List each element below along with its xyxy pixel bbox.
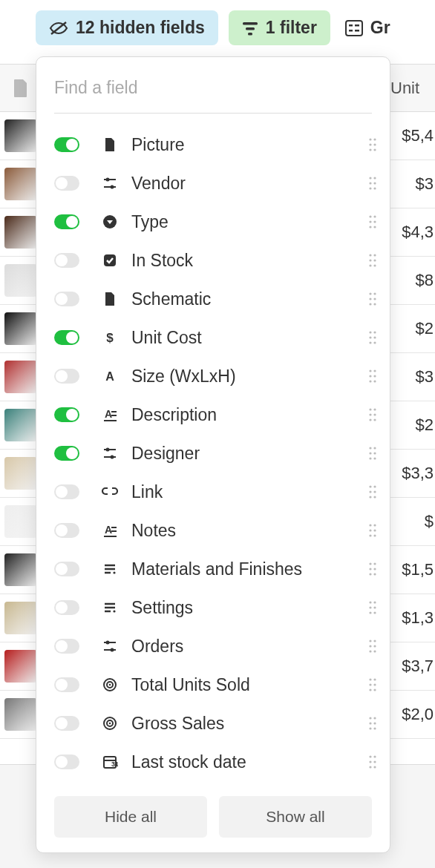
filter-button[interactable]: 1 filter (229, 10, 330, 45)
visibility-toggle[interactable] (54, 330, 79, 345)
list-icon (100, 599, 120, 616)
column-header-unit[interactable]: Unit (386, 65, 435, 111)
svg-point-111 (369, 606, 371, 608)
field-item[interactable]: Vendor (54, 164, 379, 203)
spiral-icon (100, 677, 120, 693)
show-all-button[interactable]: Show all (219, 796, 372, 838)
svg-point-141 (369, 727, 371, 729)
visibility-toggle[interactable] (54, 484, 79, 499)
group-button[interactable]: Gr (341, 10, 395, 45)
svg-point-74 (373, 447, 376, 449)
field-label: Unit Cost (131, 328, 366, 348)
cell-unit-cost: $1,3 (386, 594, 435, 642)
visibility-toggle[interactable] (54, 214, 79, 229)
svg-point-30 (369, 226, 371, 228)
svg-point-78 (373, 457, 376, 459)
field-item[interactable]: Schematic (54, 280, 379, 318)
svg-point-83 (369, 496, 371, 498)
visibility-toggle[interactable] (54, 677, 79, 692)
drag-handle-icon[interactable] (366, 329, 379, 346)
drag-handle-icon[interactable] (366, 599, 379, 616)
field-item[interactable]: ASize (WxLxH) (54, 357, 379, 395)
drag-handle-icon[interactable] (366, 638, 379, 654)
field-label: Size (WxLxH) (131, 366, 366, 387)
svg-point-47 (373, 331, 376, 333)
visibility-toggle[interactable] (54, 716, 79, 731)
field-item[interactable]: Materials and Finishes (54, 550, 379, 588)
visibility-toggle[interactable] (54, 446, 79, 461)
drag-handle-icon[interactable] (366, 677, 379, 693)
field-item[interactable]: 31Last stock date (54, 743, 379, 781)
field-label: Gross Sales (131, 714, 366, 734)
visibility-toggle[interactable] (54, 137, 79, 152)
hide-all-button[interactable]: Hide all (54, 796, 207, 838)
svg-point-51 (373, 341, 376, 343)
drag-handle-icon[interactable] (366, 137, 379, 153)
field-item[interactable]: Type (54, 203, 379, 241)
svg-point-122 (373, 645, 376, 647)
svg-point-53 (369, 369, 371, 372)
visibility-toggle[interactable] (54, 292, 79, 306)
longtext-icon: A (100, 522, 120, 539)
field-item[interactable]: In Stock (54, 241, 379, 280)
group-label: Gr (370, 18, 390, 38)
svg-point-36 (373, 259, 376, 261)
drag-handle-icon[interactable] (366, 214, 379, 230)
visibility-toggle[interactable] (54, 176, 79, 191)
svg-point-20 (373, 177, 376, 179)
svg-point-90 (373, 524, 376, 526)
drag-handle-icon[interactable] (366, 484, 379, 500)
svg-point-92 (373, 529, 376, 531)
visibility-toggle[interactable] (54, 523, 79, 538)
svg-point-80 (373, 485, 376, 487)
svg-point-16 (106, 178, 110, 182)
visibility-toggle[interactable] (54, 639, 79, 654)
field-item[interactable]: Link (54, 473, 379, 511)
svg-point-133 (373, 688, 376, 691)
drag-handle-icon[interactable] (366, 252, 379, 269)
field-item[interactable]: Designer (54, 434, 379, 473)
drag-handle-icon[interactable] (366, 291, 379, 307)
sliders-icon (100, 638, 120, 654)
drag-handle-icon[interactable] (366, 754, 379, 770)
svg-point-81 (369, 490, 371, 493)
field-label: Vendor (131, 174, 366, 194)
field-item[interactable]: $Unit Cost (54, 318, 379, 357)
field-item[interactable]: ANotes (54, 511, 379, 550)
hidden-fields-button[interactable]: 12 hidden fields (36, 10, 218, 45)
svg-point-114 (373, 611, 376, 614)
svg-point-148 (369, 760, 371, 763)
drag-handle-icon[interactable] (366, 561, 379, 577)
drag-handle-icon[interactable] (366, 522, 379, 539)
field-item[interactable]: ADescription (54, 395, 379, 434)
visibility-toggle[interactable] (54, 562, 79, 576)
visibility-toggle[interactable] (54, 754, 79, 769)
visibility-toggle[interactable] (54, 600, 79, 615)
svg-point-130 (369, 683, 371, 685)
svg-point-129 (373, 678, 376, 680)
field-search-input[interactable] (54, 70, 372, 114)
visibility-toggle[interactable] (54, 407, 79, 422)
field-item[interactable]: Gross Sales (54, 704, 379, 743)
svg-point-39 (369, 292, 371, 295)
drag-handle-icon[interactable] (366, 445, 379, 461)
drag-handle-icon[interactable] (366, 407, 379, 423)
field-item[interactable]: Picture (54, 125, 379, 164)
visibility-toggle[interactable] (54, 253, 79, 268)
svg-point-19 (369, 177, 371, 179)
field-item[interactable]: Settings (54, 588, 379, 627)
drag-handle-icon[interactable] (366, 715, 379, 731)
svg-point-44 (373, 303, 376, 305)
field-item[interactable]: Total Units Sold (54, 665, 379, 704)
svg-point-112 (373, 606, 376, 608)
svg-point-22 (373, 182, 376, 184)
svg-point-63 (369, 408, 371, 410)
svg-point-89 (369, 524, 371, 526)
svg-rect-8 (355, 30, 359, 32)
drag-handle-icon[interactable] (366, 175, 379, 191)
field-label: Type (131, 212, 366, 232)
field-item[interactable]: Orders (54, 627, 379, 665)
svg-point-18 (111, 185, 114, 189)
drag-handle-icon[interactable] (366, 368, 379, 384)
visibility-toggle[interactable] (54, 369, 79, 384)
